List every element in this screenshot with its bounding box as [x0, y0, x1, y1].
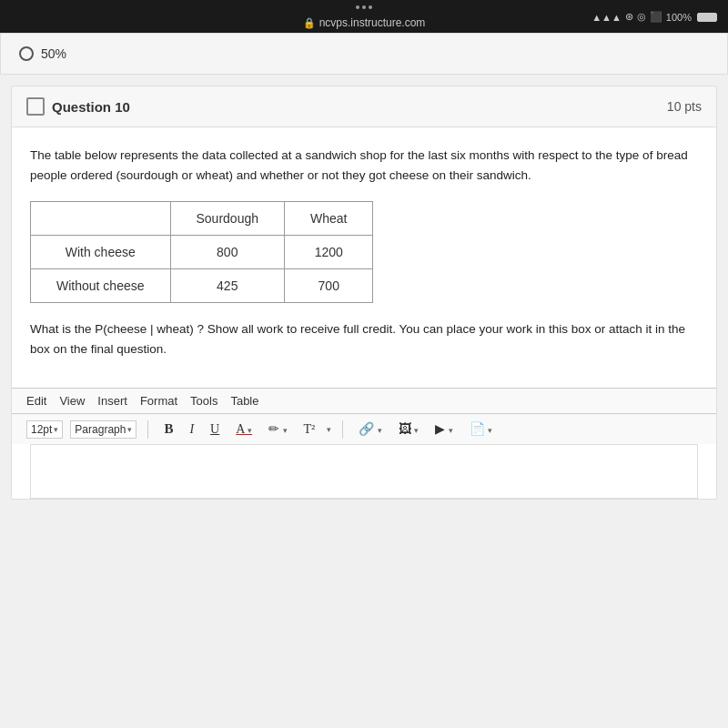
table-header-sourdough: Sourdough — [170, 202, 285, 236]
question-points: 10 pts — [667, 99, 702, 114]
answer-input-area[interactable] — [30, 444, 698, 499]
battery-bar — [697, 13, 717, 22]
text-color-button[interactable]: A ▾ — [231, 420, 257, 439]
row-with-cheese-sourdough: 800 — [170, 236, 285, 269]
question-block: Question 10 10 pts The table below repre… — [11, 86, 717, 500]
table-row: With cheese 800 1200 — [31, 236, 373, 269]
underline-button[interactable]: U — [206, 420, 224, 439]
question-body: The table below represents the data coll… — [12, 127, 716, 388]
paragraph-select[interactable]: Paragraph ▾ — [70, 420, 136, 439]
image-button[interactable]: 🖼 ▾ — [394, 420, 424, 439]
highlight-button[interactable]: ✏ ▾ — [264, 420, 292, 439]
menu-edit[interactable]: Edit — [26, 394, 46, 408]
radio-label: 50% — [41, 46, 66, 61]
menu-tools[interactable]: Tools — [190, 394, 217, 408]
dot3 — [369, 5, 372, 9]
insert-button[interactable]: 📄 ▾ — [465, 420, 498, 439]
location-icon: ◎ — [637, 11, 646, 23]
toolbar-divider — [147, 420, 148, 439]
top-option-area: 50% — [0, 33, 728, 75]
dot2 — [362, 5, 366, 9]
dot1 — [356, 5, 359, 9]
superscript-chevron: ▾ — [327, 425, 331, 434]
font-size-value: 12pt — [31, 423, 52, 436]
lock-icon: 🔒 — [303, 17, 316, 29]
question-title: Question 10 — [52, 99, 130, 115]
italic-button[interactable]: I — [185, 420, 198, 439]
table-row: Without cheese 425 700 — [31, 269, 373, 303]
menu-format[interactable]: Format — [140, 394, 177, 408]
battery-icon: ⬛ — [650, 11, 662, 23]
paragraph-chevron: ▾ — [127, 425, 132, 434]
row-label-without-cheese: Without cheese — [31, 269, 171, 303]
toolbar-menu-bar: Edit View Insert Format Tools Table — [12, 388, 716, 413]
battery-percent: 100% — [666, 12, 692, 23]
row-without-cheese-sourdough: 425 — [170, 269, 285, 303]
question-prompt: What is the P(cheese | wheat) ? Show all… — [30, 319, 698, 359]
bold-button[interactable]: B — [159, 420, 177, 439]
font-size-chevron: ▾ — [54, 425, 58, 434]
url-display: ncvps.instructure.com — [319, 16, 426, 29]
status-bar: 🔒 ncvps.instructure.com ▲▲▲ ⊛ ◎ ⬛ 100% — [0, 0, 728, 33]
row-label-with-cheese: With cheese — [31, 236, 171, 269]
toolbar-menu: Edit View Insert Format Tools Table — [26, 394, 258, 408]
signal-icon: ▲▲▲ — [592, 12, 622, 23]
menu-insert[interactable]: Insert — [97, 394, 127, 408]
toolbar-divider2 — [342, 420, 343, 439]
superscript-button[interactable]: T² — [299, 420, 320, 439]
question-icon — [26, 97, 45, 116]
page-content: 50% Question 10 10 pts The table below r… — [0, 33, 728, 728]
data-table: Sourdough Wheat With cheese 800 1200 Wit… — [30, 201, 373, 303]
font-size-select[interactable]: 12pt ▾ — [26, 420, 63, 439]
menu-view[interactable]: View — [59, 394, 85, 408]
browser-content: 50% Question 10 10 pts The table below r… — [0, 33, 728, 728]
question-header: Question 10 10 pts — [12, 86, 716, 127]
menu-table[interactable]: Table — [230, 394, 258, 408]
link-button[interactable]: 🔗 ▾ — [354, 420, 387, 439]
radio-circle — [19, 46, 34, 61]
table-header-empty — [31, 202, 171, 236]
row-without-cheese-wheat: 700 — [285, 269, 373, 303]
media-button[interactable]: ▶ ▾ — [430, 420, 458, 439]
table-header-wheat: Wheat — [285, 202, 373, 236]
radio-option-50pct[interactable]: 50% — [19, 46, 709, 61]
question-description: The table below represents the data coll… — [30, 146, 698, 185]
wifi-icon: ⊛ — [625, 11, 633, 23]
format-toolbar: 12pt ▾ Paragraph ▾ B I U A ▾ ✏ ▾ T² ▾ 🔗 … — [12, 413, 716, 444]
row-with-cheese-wheat: 1200 — [285, 236, 373, 269]
paragraph-value: Paragraph — [75, 423, 126, 436]
